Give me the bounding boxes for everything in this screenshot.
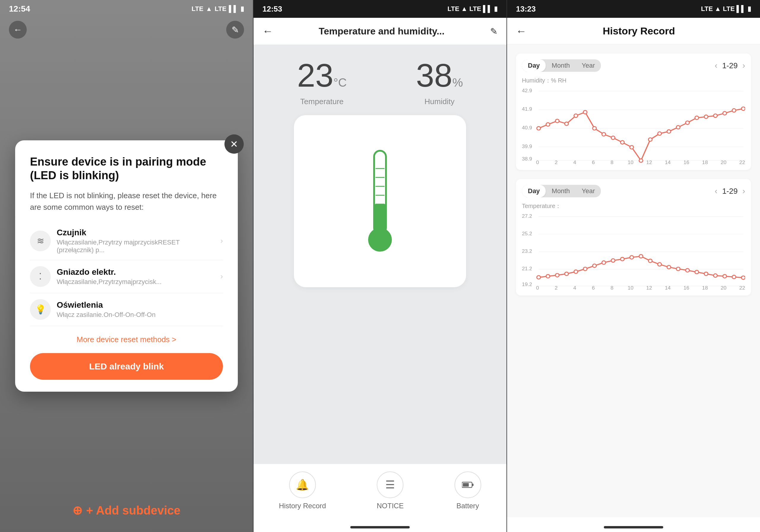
footer-notice[interactable]: ☰ NOTICE xyxy=(377,471,404,510)
svg-text:4: 4 xyxy=(573,159,576,164)
device-desc-1: Włączasilanie,Przytrzymajprzycisk... xyxy=(57,278,214,286)
temperature-chart-nav: ‹ 1-29 › xyxy=(715,186,745,196)
svg-point-33 xyxy=(639,159,643,162)
status-icons-3: LTE ▲ LTE ▌▌ ▮ xyxy=(701,5,751,13)
svg-point-24 xyxy=(555,119,559,123)
humidity-prev-button[interactable]: ‹ xyxy=(715,61,717,70)
battery-footer-icon xyxy=(454,471,481,498)
temperature-next-button[interactable]: › xyxy=(742,186,745,196)
back-button-2[interactable]: ← xyxy=(262,25,273,37)
svg-point-82 xyxy=(676,267,680,271)
device-desc-0: Włączasilanie,Przytrzy majprzyciskRESET … xyxy=(57,239,214,254)
temperature-chart-area: 27.2 25.2 23.2 21.2 19.2 xyxy=(522,212,745,289)
lte-icon-p2-2: LTE xyxy=(469,5,481,13)
footer-battery[interactable]: Battery xyxy=(454,471,481,510)
svg-point-71 xyxy=(574,270,578,274)
chevron-right-icon-0: › xyxy=(220,236,223,245)
footer-history-record[interactable]: 🔔 History Record xyxy=(279,471,326,510)
humidity-next-button[interactable]: › xyxy=(742,61,745,70)
svg-point-83 xyxy=(686,269,689,272)
humidity-chart-controls: Day Month Year ‹ 1-29 › xyxy=(522,59,745,72)
device-item-0[interactable]: ≋ Czujnik Włączasilanie,Przytrzy majprzy… xyxy=(30,222,223,260)
close-icon: ✕ xyxy=(230,139,238,150)
panel2-inner: 12:53 LTE ▲ LTE ▌▌ ▮ ← Temperature and h… xyxy=(254,0,506,532)
svg-point-89 xyxy=(741,276,745,280)
signal-icon-p2: ▌▌ xyxy=(483,5,492,13)
svg-text:25.2: 25.2 xyxy=(522,231,532,236)
notice-icon: ☰ xyxy=(377,471,404,498)
battery-icon-p2: ▮ xyxy=(494,5,498,13)
svg-text:16: 16 xyxy=(684,159,689,164)
modal-description: If the LED is not blinking, please reset… xyxy=(30,190,223,213)
svg-point-34 xyxy=(648,138,652,141)
lte-icon-p2: LTE xyxy=(448,5,459,13)
svg-text:16: 16 xyxy=(684,285,689,289)
svg-point-32 xyxy=(630,145,634,149)
device-name-0: Czujnik xyxy=(57,228,214,237)
svg-point-23 xyxy=(546,123,550,126)
svg-point-27 xyxy=(583,111,587,114)
panel2-content: 23°C Temperature 38% Humidity xyxy=(254,45,506,464)
history-record-panel: 13:23 LTE ▲ LTE ▌▌ ▮ ← History Record Da… xyxy=(507,0,760,532)
temperature-tab-year[interactable]: Year xyxy=(576,185,601,197)
svg-text:10: 10 xyxy=(628,159,634,164)
svg-text:42.9: 42.9 xyxy=(522,88,532,93)
more-reset-methods-link[interactable]: More device reset methods > xyxy=(30,335,223,344)
svg-point-35 xyxy=(658,132,661,135)
status-time-2: 12:53 xyxy=(262,4,282,14)
humidity-tab-day[interactable]: Day xyxy=(522,59,546,72)
humidity-label: Humidity xyxy=(416,97,463,106)
svg-text:18: 18 xyxy=(702,285,708,289)
temperature-label: Temperature xyxy=(297,97,347,106)
panel2-header: ← Temperature and humidity... ✎ xyxy=(254,18,506,45)
history-record-label: History Record xyxy=(279,502,326,510)
humidity-line xyxy=(539,109,743,160)
device-item-1[interactable]: ⁚ Gniazdo elektr. Włączasilanie,Przytrzy… xyxy=(30,260,223,293)
thermometer-card xyxy=(294,115,466,287)
temperature-tab-group: Day Month Year xyxy=(522,185,601,197)
back-button-3[interactable]: ← xyxy=(516,25,527,37)
bell-icon: 🔔 xyxy=(289,471,316,498)
temperature-range: 1-29 xyxy=(722,187,738,196)
svg-point-68 xyxy=(546,275,550,278)
temperature-tab-month[interactable]: Month xyxy=(546,185,576,197)
svg-point-44 xyxy=(741,107,745,111)
svg-point-85 xyxy=(704,272,708,276)
edit-button-2[interactable]: ✎ xyxy=(490,26,498,36)
svg-text:22: 22 xyxy=(739,159,745,164)
svg-point-43 xyxy=(732,109,736,112)
status-time-3: 13:23 xyxy=(516,4,536,14)
svg-point-39 xyxy=(695,116,699,119)
svg-text:19.2: 19.2 xyxy=(522,282,532,287)
svg-text:27.2: 27.2 xyxy=(522,213,532,219)
device-item-2[interactable]: 💡 Oświetlenia Włącz zasilanie.On-Off-On-… xyxy=(30,293,223,326)
svg-text:23.2: 23.2 xyxy=(522,248,532,254)
panel2-footer: 🔔 History Record ☰ NOTICE Battery xyxy=(254,464,506,517)
svg-text:4: 4 xyxy=(573,285,576,289)
svg-text:40.9: 40.9 xyxy=(522,125,532,130)
signal-icon-p3: ▌▌ xyxy=(736,5,746,13)
svg-point-87 xyxy=(723,275,727,278)
svg-point-79 xyxy=(648,259,652,263)
svg-point-84 xyxy=(695,270,699,274)
temperature-tab-day[interactable]: Day xyxy=(522,185,546,197)
svg-point-70 xyxy=(565,272,569,276)
temperature-prev-button[interactable]: ‹ xyxy=(715,186,717,196)
humidity-tab-month[interactable]: Month xyxy=(546,59,576,72)
humidity-chart-section: Day Month Year ‹ 1-29 › Humidity：% RH 42… xyxy=(516,53,751,170)
device-name-2: Oświetlenia xyxy=(57,300,223,310)
svg-point-40 xyxy=(704,115,708,119)
svg-point-78 xyxy=(639,254,643,258)
led-blink-button[interactable]: LED already blink xyxy=(30,353,223,380)
temperature-reading: 23°C Temperature xyxy=(297,56,347,106)
svg-point-29 xyxy=(602,133,606,136)
panel2-title: Temperature and humidity... xyxy=(279,26,484,37)
wifi-icon-p2: ▲ xyxy=(461,5,468,13)
svg-point-75 xyxy=(611,259,615,262)
close-button[interactable]: ✕ xyxy=(224,134,244,154)
status-bar-3: 13:23 LTE ▲ LTE ▌▌ ▮ xyxy=(507,0,760,18)
temperature-y-label: Temperature： xyxy=(522,202,745,210)
panel3-title: History Record xyxy=(527,25,751,37)
svg-text:0: 0 xyxy=(536,285,539,289)
humidity-tab-year[interactable]: Year xyxy=(576,59,601,72)
